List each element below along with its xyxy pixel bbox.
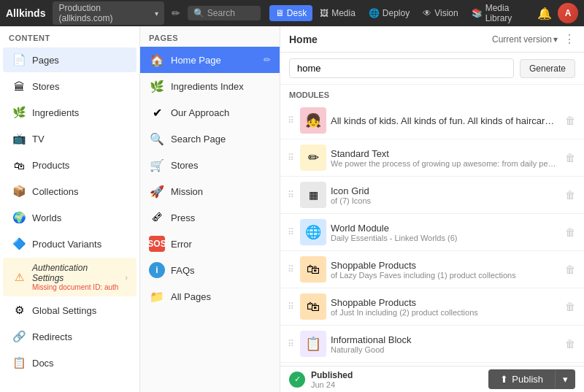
sidebar-item-worlds[interactable]: 🌍 Worlds	[3, 205, 137, 230]
nav-deploy[interactable]: 🌐 Deploy	[363, 5, 415, 21]
module-delete-icon[interactable]: 🗑	[562, 223, 578, 241]
deploy-icon: 🌐	[369, 8, 380, 18]
avatar[interactable]: A	[558, 3, 578, 23]
page-item-home[interactable]: 🏠 Home Page ✏	[140, 47, 280, 73]
page-item-faqs[interactable]: i FAQs ✏	[140, 257, 280, 283]
module-name: Informational Block	[331, 334, 558, 345]
current-version-selector[interactable]: Current version ▾	[492, 34, 558, 45]
drag-handle-icon[interactable]: ⠿	[286, 114, 296, 127]
sidebar-tv-label: TV	[32, 134, 45, 145]
module-delete-icon[interactable]: 🗑	[562, 112, 578, 129]
drag-handle-icon[interactable]: ⠿	[286, 188, 296, 201]
module-desc: of Just In including (2) product collect…	[331, 308, 558, 317]
module-thumbnail: 👧	[300, 107, 326, 134]
sidebar-item-docs[interactable]: 📋 Docs	[3, 350, 137, 375]
sidebar-docs-label: Docs	[32, 358, 54, 369]
search-placeholder: Search	[207, 8, 235, 18]
module-info: Icon Grid of (7) Icons	[331, 185, 558, 205]
module-row[interactable]: ⠿ 🌐 World Module Daily Essentials - Link…	[280, 214, 584, 251]
module-name: All kinds of kids. All kinds of fun. All…	[331, 115, 558, 126]
sidebar-item-ingredients[interactable]: 🌿 Ingredients	[3, 100, 137, 125]
nav-media[interactable]: 🖼 Media	[314, 5, 361, 21]
publish-dropdown-button[interactable]: ▾	[555, 369, 575, 389]
edit-icon[interactable]: ✏	[169, 4, 183, 22]
pages-panel: Pages 🏠 Home Page ✏ 🌿 Ingredients Index …	[140, 26, 280, 392]
module-row[interactable]: ⠿ 🛍 Shoppable Products of Lazy Days Fave…	[280, 251, 584, 288]
sidebar-item-global-settings[interactable]: ⚙ Global Settings	[3, 298, 137, 323]
home-search-input[interactable]	[289, 58, 514, 78]
nav-deploy-label: Deploy	[383, 8, 410, 18]
docs-icon: 📋	[12, 356, 26, 370]
ingredients-icon: 🌿	[12, 105, 26, 120]
drag-handle-icon[interactable]: ⠿	[286, 151, 296, 164]
published-text: Published	[311, 370, 353, 380]
sidebar-item-stores[interactable]: 🏛 Stores	[3, 74, 137, 99]
sidebar-product-variants-label: Product Variants	[32, 239, 101, 250]
env-chevron-icon: ▾	[155, 9, 158, 18]
module-name: Standard Text	[331, 148, 558, 159]
module-delete-icon[interactable]: 🗑	[562, 261, 578, 278]
sidebar-item-auth-settings[interactable]: ⚠ Authentication Settings Missing docume…	[3, 258, 137, 296]
module-name: Icon Grid	[331, 185, 558, 196]
page-item-search[interactable]: 🔍 Search Page ✏	[140, 126, 280, 152]
content-menu-icon[interactable]: ⋮	[564, 32, 575, 46]
generate-button[interactable]: Generate	[520, 59, 575, 78]
module-delete-icon[interactable]: 🗑	[562, 186, 578, 204]
sidebar-worlds-label: Worlds	[32, 212, 61, 223]
module-desc: of Lazy Days Faves including (1) product…	[331, 271, 558, 280]
module-delete-icon[interactable]: 🗑	[562, 149, 578, 166]
page-item-all-pages[interactable]: 📁 All Pages ✏	[140, 283, 280, 310]
page-item-our-approach[interactable]: ✔ Our Approach ✏	[140, 99, 280, 126]
env-selector[interactable]: Production (allkinds.com) ▾	[53, 1, 164, 25]
stores-page-icon: 🛒	[149, 157, 165, 173]
module-row[interactable]: ⠿ 🛍 Shoppable Products of Just In includ…	[280, 288, 584, 326]
search-bar[interactable]: 🔍 Search	[188, 6, 261, 20]
module-row[interactable]: ⠿ ▦ Icon Grid of (7) Icons 🗑	[280, 177, 584, 214]
pages-panel-header: Pages	[140, 26, 280, 47]
publish-dropdown-chevron-icon: ▾	[563, 374, 568, 385]
sidebar-global-settings-label: Global Settings	[32, 305, 96, 316]
module-delete-icon[interactable]: 🗑	[562, 298, 578, 315]
sidebar-item-product-variants[interactable]: 🔷 Product Variants	[3, 231, 137, 256]
published-info: Published Jun 24	[311, 370, 353, 389]
checkmark-icon: ✓	[294, 374, 301, 384]
sidebar-redirects-label: Redirects	[32, 331, 72, 342]
page-item-stores[interactable]: 🛒 Stores ✏	[140, 152, 280, 178]
notification-icon[interactable]: 🔔	[534, 3, 555, 23]
modules-list: ⠿ 👧 All kinds of kids. All kinds of fun.…	[280, 102, 584, 366]
module-row[interactable]: ⠿ ✏ Standard Text We power the process o…	[280, 139, 584, 177]
page-item-ingredients-index[interactable]: 🌿 Ingredients Index ✏	[140, 73, 280, 99]
sidebar-item-products[interactable]: 🛍 Products	[3, 153, 137, 177]
drag-handle-icon[interactable]: ⠿	[286, 263, 296, 276]
sidebar-item-tv[interactable]: 📺 TV	[3, 126, 137, 151]
footer-actions: ⬆ Publish ▾	[488, 369, 575, 389]
drag-handle-icon[interactable]: ⠿	[286, 300, 296, 313]
module-delete-icon[interactable]: 🗑	[562, 335, 578, 353]
nav-desk[interactable]: 🖥 Desk	[269, 5, 312, 21]
version-chevron-icon: ▾	[553, 34, 558, 45]
worlds-icon: 🌍	[12, 210, 26, 225]
sidebar-products-label: Products	[32, 160, 69, 171]
nav-media-library[interactable]: 📚 Media Library	[466, 0, 530, 26]
publish-button[interactable]: ⬆ Publish	[488, 369, 555, 389]
sidebar-item-pages[interactable]: 📄 Pages	[3, 47, 137, 72]
module-thumbnail: ✏	[300, 145, 326, 171]
sidebar-item-collections[interactable]: 📦 Collections	[3, 179, 137, 204]
page-error-label: Error	[171, 239, 192, 250]
module-info: Standard Text We power the process of gr…	[331, 148, 558, 168]
page-item-mission[interactable]: 🚀 Mission ✏	[140, 178, 280, 204]
module-info: All kinds of kids. All kinds of fun. All…	[331, 115, 558, 126]
sidebar-stores-label: Stores	[32, 81, 60, 92]
module-row[interactable]: ⠿ 👧 All kinds of kids. All kinds of fun.…	[280, 102, 584, 139]
module-row[interactable]: ⠿ 📋 Informational Block Naturally Good 🗑	[280, 326, 584, 363]
sidebar-item-redirects[interactable]: 🔗 Redirects	[3, 324, 137, 349]
content-header: Home Current version ▾ ⋮	[280, 26, 584, 53]
topbar: Allkinds Production (allkinds.com) ▾ ✏ 🔍…	[0, 0, 584, 26]
drag-handle-icon[interactable]: ⠿	[286, 337, 296, 350]
nav-vision[interactable]: 👁 Vision	[417, 5, 464, 21]
publish-status: ✓ Published Jun 24	[289, 370, 353, 389]
drag-handle-icon[interactable]: ⠿	[286, 226, 296, 239]
page-item-press[interactable]: 🗞 Press ✏	[140, 204, 280, 231]
home-page-edit-icon[interactable]: ✏	[264, 55, 271, 65]
page-item-error[interactable]: SOS Error ✏	[140, 231, 280, 257]
